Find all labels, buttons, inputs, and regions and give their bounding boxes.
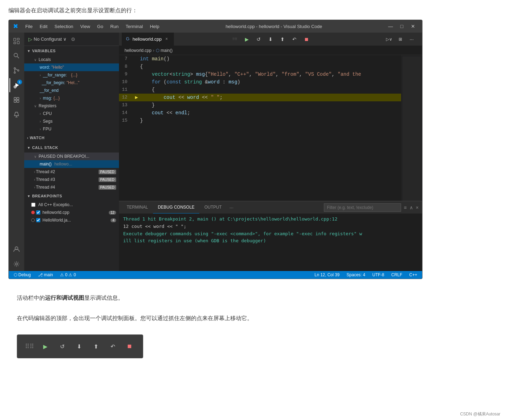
status-encoding[interactable]: UTF-8 bbox=[370, 272, 386, 277]
menu-file[interactable]: File bbox=[22, 23, 35, 30]
mini-step-into-button[interactable]: ⬇ bbox=[73, 341, 85, 352]
registers-group[interactable]: ∨ Registers bbox=[24, 102, 119, 110]
filter-close-icon[interactable]: × bbox=[415, 204, 419, 211]
paused-label: PAUSED ON BREAKPOI... bbox=[39, 154, 89, 159]
registers-toggle-icon: ∨ bbox=[34, 104, 36, 108]
activity-test-icon[interactable] bbox=[9, 108, 24, 122]
filter-up-icon[interactable]: ∧ bbox=[409, 204, 414, 211]
code-line-7: 7 int main() bbox=[119, 55, 401, 63]
mini-step-out-button[interactable]: ⬆ bbox=[90, 341, 101, 352]
mini-stop-button[interactable]: ⏹ bbox=[124, 341, 135, 352]
panel-tab-terminal[interactable]: TERMINAL bbox=[122, 201, 153, 214]
breakpoints-section-header[interactable]: ▼ BREAKPOINTS bbox=[24, 191, 119, 201]
var-msg-value: {...} bbox=[53, 96, 60, 101]
more-actions-button[interactable]: ··· bbox=[407, 34, 417, 44]
minimize-button[interactable]: — bbox=[386, 23, 395, 30]
activity-account-icon[interactable] bbox=[9, 242, 24, 256]
status-eol[interactable]: CRLF bbox=[389, 272, 404, 277]
variable-for-begin[interactable]: __for_begin: "Hel..." bbox=[24, 79, 119, 87]
debug-restart-button[interactable]: ↶ bbox=[289, 34, 299, 44]
bottom-panel: TERMINAL DEBUG CONSOLE OUTPUT ··· ≡ ∧ × bbox=[119, 201, 422, 271]
run-with-profile-button[interactable]: ▷∨ bbox=[384, 34, 394, 44]
register-fpu[interactable]: › FPU bbox=[24, 125, 119, 133]
panel-tab-output[interactable]: OUTPUT bbox=[199, 201, 226, 214]
debug-step-out-button[interactable]: ⬆ bbox=[278, 34, 287, 44]
thread-4[interactable]: › Thread #4 PAUSED bbox=[24, 183, 119, 191]
mini-toolbar: ⠿⠿ ▶ ↺ ⬇ ⬆ ↶ ⏹ bbox=[17, 334, 143, 358]
svg-rect-3 bbox=[14, 42, 16, 44]
tab-close-button[interactable]: × bbox=[164, 36, 169, 42]
variable-for-end[interactable]: __for_end bbox=[24, 87, 119, 94]
restore-button[interactable]: □ bbox=[397, 23, 407, 30]
breadcrumb-symbol-icon: ⬡ bbox=[156, 48, 159, 53]
run-config-button[interactable]: ▷ VARIABLES No Configurat ∨ bbox=[27, 36, 68, 43]
call-stack-main[interactable]: main() hellowo... bbox=[24, 160, 119, 168]
thread-3[interactable]: › Thread #3 PAUSED bbox=[24, 176, 119, 183]
debug-settings-button[interactable]: ⚙ bbox=[70, 36, 76, 43]
status-errors[interactable]: ⚠ 0 ⚠ 0 bbox=[58, 272, 78, 277]
vscode-icon: ✖ bbox=[13, 22, 18, 30]
activity-settings-icon[interactable] bbox=[9, 257, 24, 271]
status-branch[interactable]: ⎇ main bbox=[36, 272, 55, 277]
activity-run-icon[interactable]: 1 bbox=[9, 78, 24, 92]
main-file: hellowo... bbox=[54, 162, 72, 167]
code-editor[interactable]: 7 int main() 8 { 9 bbox=[119, 55, 401, 201]
breakpoint-helloworld-ja[interactable]: HelloWorld.ja... 4 bbox=[24, 216, 119, 224]
debug-stop-button[interactable]: ⏹ bbox=[301, 34, 311, 44]
var-for-begin-name: __for_begin: bbox=[42, 80, 65, 85]
tab-helloworld[interactable]: G· helloworld.cpp × bbox=[122, 33, 174, 46]
call-stack-paused[interactable]: ∨ PAUSED ON BREAKPOI... bbox=[24, 153, 119, 160]
status-indent[interactable]: Spaces: 4 bbox=[345, 272, 367, 277]
activity-extensions-icon[interactable] bbox=[9, 93, 24, 107]
code-content-7: int main() bbox=[140, 55, 395, 63]
status-line-col[interactable]: Ln 12, Col 39 bbox=[312, 272, 341, 277]
activity-explorer-icon[interactable] bbox=[9, 34, 24, 48]
debug-step-over-button[interactable]: ↺ bbox=[254, 34, 264, 44]
debug-step-into-button[interactable]: ⬇ bbox=[266, 34, 275, 44]
menu-go[interactable]: Go bbox=[94, 23, 106, 30]
menu-help[interactable]: Help bbox=[147, 23, 162, 30]
variable-msg[interactable]: › msg: {...} bbox=[24, 94, 119, 102]
panel-filter: ≡ ∧ × bbox=[324, 203, 419, 212]
filter-list-icon[interactable]: ≡ bbox=[403, 204, 407, 211]
thread-2[interactable]: › Thread #2 PAUSED bbox=[24, 168, 119, 176]
bp-helloworld-checkbox[interactable] bbox=[36, 210, 40, 215]
close-button[interactable]: ✕ bbox=[408, 23, 418, 30]
menu-view[interactable]: View bbox=[78, 23, 93, 30]
variable-for-range[interactable]: › __for_range: {...} bbox=[24, 71, 119, 79]
mini-restart-button[interactable]: ↶ bbox=[107, 341, 118, 352]
variables-section-header[interactable]: ▼ VARIABLES bbox=[24, 46, 119, 56]
breakpoint-helloworld[interactable]: helloworld.cpp 12 bbox=[24, 209, 119, 216]
menu-run[interactable]: Run bbox=[107, 23, 121, 30]
bp-helloworld-ja-checkbox[interactable] bbox=[36, 218, 40, 222]
breakpoint-all-cpp[interactable]: All C++ Exceptio... bbox=[24, 201, 119, 209]
register-segs[interactable]: › Segs bbox=[24, 117, 119, 125]
panel-tab-more-icon[interactable]: ··· bbox=[227, 205, 237, 210]
status-language[interactable]: C++ bbox=[407, 272, 419, 277]
panel-tab-debug-console[interactable]: DEBUG CONSOLE bbox=[153, 201, 200, 214]
activity-git-icon[interactable] bbox=[9, 63, 24, 77]
call-stack-section-header[interactable]: ▼ CALL STACK bbox=[24, 143, 119, 153]
menu-selection[interactable]: Selection bbox=[52, 23, 76, 30]
menu-terminal[interactable]: Terminal bbox=[123, 23, 146, 30]
activity-search-icon[interactable] bbox=[9, 49, 24, 63]
debug-continue-button[interactable]: ▶ bbox=[242, 34, 252, 44]
variable-word[interactable]: word: "Hello" bbox=[24, 63, 119, 71]
panel-filter-input[interactable] bbox=[324, 203, 401, 212]
title-bar: ✖ File Edit Selection View Go Run Termin… bbox=[9, 20, 422, 33]
panel-filter-icons: ≡ ∧ × bbox=[403, 204, 419, 211]
split-editor-button[interactable]: ⊞ bbox=[395, 34, 405, 44]
mini-step-over-button[interactable]: ↺ bbox=[56, 341, 68, 352]
status-debug[interactable]: ⬡ Debug bbox=[12, 272, 33, 277]
mini-continue-button[interactable]: ▶ bbox=[40, 341, 51, 352]
watch-section-header[interactable]: › WATCH bbox=[24, 133, 119, 143]
bp-all-cpp-checkbox[interactable] bbox=[31, 203, 35, 207]
register-cpu[interactable]: › CPU bbox=[24, 110, 119, 117]
console-line-1: Thread 1 hit Breakpoint 2, main () at C:… bbox=[123, 216, 418, 223]
svg-point-4 bbox=[14, 53, 18, 57]
locals-group[interactable]: ∨ Locals bbox=[24, 56, 119, 63]
menu-edit[interactable]: Edit bbox=[37, 23, 50, 30]
code-line-9: 9 vector<string> msg{"Hello", "C++", "Wo… bbox=[119, 70, 401, 78]
thread-4-label: Thread #4 bbox=[36, 185, 55, 190]
status-bar: ⬡ Debug ⎇ main ⚠ 0 ⚠ 0 Ln 12, Col 39 Spa… bbox=[9, 271, 422, 279]
